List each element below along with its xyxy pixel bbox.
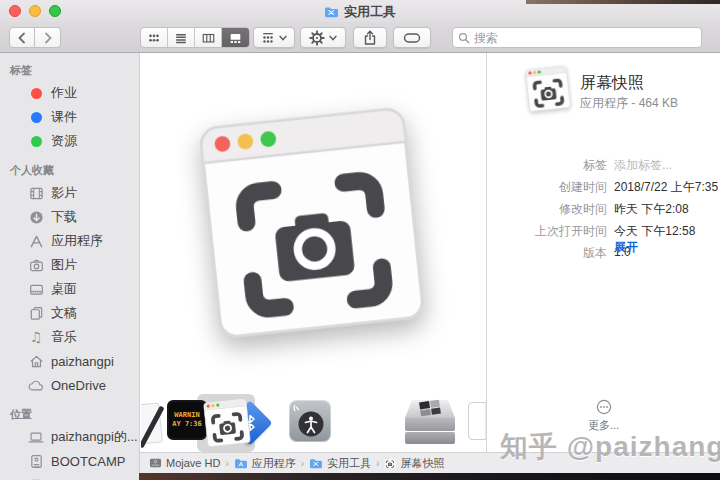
- screenshot-app-icon-small: [525, 65, 571, 113]
- sidebar-item-macbook[interactable]: paizhangpi的...: [0, 425, 139, 449]
- sidebar-item-onedrive[interactable]: OneDrive: [0, 373, 139, 397]
- sidebar-item-paizhang-volume[interactable]: paizhang: [0, 473, 139, 480]
- breadcrumb-screenshot[interactable]: 屏幕快照: [384, 456, 444, 471]
- thumbnail-screenshot-selected[interactable]: [203, 398, 252, 448]
- screenshot-app-preview[interactable]: [196, 105, 428, 344]
- thumbnail-boot-camp-assistant[interactable]: [405, 398, 455, 446]
- sidebar-item-documents[interactable]: 文稿: [0, 301, 139, 325]
- thumbnail-migration-assistant[interactable]: [468, 400, 486, 444]
- chevron-down-icon: [279, 35, 287, 41]
- voiceover-icon: [289, 400, 331, 442]
- list-view-button[interactable]: [168, 28, 195, 47]
- utilities-folder-icon: [324, 6, 339, 18]
- file-subtitle: 应用程序 - 464 KB: [580, 95, 678, 112]
- tag-red-icon: [28, 85, 44, 101]
- sidebar-item-home[interactable]: paizhangpi: [0, 349, 139, 373]
- breadcrumb-mojave-hd[interactable]: Mojave HD: [149, 457, 220, 469]
- thumbnail-console[interactable]: WARNIN AY 7:36: [167, 400, 207, 440]
- camera-icon: [28, 257, 44, 273]
- more-section[interactable]: 更多...: [487, 399, 720, 433]
- forward-button[interactable]: [35, 27, 61, 48]
- hard-disk-icon: [149, 457, 162, 469]
- breadcrumb-separator: ›: [301, 458, 304, 469]
- sidebar-section-locations: 位置: [10, 407, 139, 422]
- sidebar-item-applications[interactable]: 应用程序: [0, 229, 139, 253]
- led-text-line1: WARNIN: [174, 411, 199, 420]
- metadata-row-tags: 标签 添加标签...: [487, 157, 720, 174]
- home-icon: [28, 353, 44, 369]
- expand-link[interactable]: 展开: [614, 239, 638, 256]
- sidebar: 标签 作业 课件 资源 个人收藏 影片 下载 应用程序 图片: [0, 53, 140, 480]
- breadcrumb-applications[interactable]: 应用程序: [234, 456, 296, 471]
- folder-icon: [234, 458, 248, 469]
- sidebar-section-tags: 标签: [10, 63, 139, 78]
- download-icon: [28, 209, 44, 225]
- sidebar-item-desktop[interactable]: 桌面: [0, 277, 139, 301]
- metadata-row-modified: 修改时间 昨天 下午2:08: [487, 201, 720, 218]
- group-icon: [261, 31, 275, 45]
- search-field[interactable]: [452, 27, 702, 48]
- folder-icon: [309, 458, 323, 469]
- sidebar-item-downloads[interactable]: 下载: [0, 205, 139, 229]
- sidebar-item-music[interactable]: ♫ 音乐: [0, 325, 139, 349]
- film-icon: [28, 185, 44, 201]
- more-label: 更多...: [487, 418, 720, 433]
- tag-icon: [403, 32, 421, 44]
- metadata-list: 标签 添加标签... 创建时间 2018/7/22 上午7:35 修改时间 昨天…: [487, 157, 720, 267]
- action-button[interactable]: [300, 27, 346, 48]
- thumbnail-strip: WARNIN AY 7:36: [141, 388, 486, 452]
- desktop-icon: [28, 281, 44, 297]
- gallery-view: WARNIN AY 7:36: [141, 53, 486, 452]
- breadcrumb-separator: ›: [376, 458, 379, 469]
- tag-blue-icon: [28, 109, 44, 125]
- finder-window: 实用工具: [0, 0, 720, 480]
- metadata-row-created: 创建时间 2018/7/22 上午7:35: [487, 179, 720, 196]
- chevron-left-icon: [17, 32, 27, 44]
- sidebar-item-pictures[interactable]: 图片: [0, 253, 139, 277]
- path-bar: Mojave HD › 应用程序 › 实用工具 › 屏幕快照: [140, 452, 720, 473]
- column-view-button[interactable]: [195, 28, 222, 47]
- music-note-icon: ♫: [28, 329, 44, 345]
- internal-disk-icon: [28, 453, 44, 469]
- gear-icon: [309, 30, 325, 46]
- screenshot-app-icon-tiny: [384, 457, 396, 469]
- thumbnail-voiceover-utility[interactable]: [289, 400, 331, 442]
- icon-view-button[interactable]: [141, 28, 168, 47]
- windows-flag-icon: [419, 400, 441, 417]
- breadcrumb-separator: ›: [225, 458, 228, 469]
- disk-body-lower: [405, 432, 455, 444]
- file-title: 屏幕快照: [580, 73, 644, 94]
- sidebar-item-tag-courseware[interactable]: 课件: [0, 105, 139, 129]
- thumbnail-script-editor[interactable]: [141, 402, 165, 446]
- search-input[interactable]: [474, 31, 674, 45]
- sidebar-item-bootcamp[interactable]: BOOTCAMP: [0, 449, 139, 473]
- search-icon: [458, 32, 470, 44]
- documents-icon: [28, 305, 44, 321]
- group-button[interactable]: [253, 27, 295, 48]
- icon-view-icon: [147, 31, 161, 45]
- tag-green-icon: [28, 133, 44, 149]
- disk-body: [405, 418, 455, 431]
- back-button[interactable]: [9, 27, 35, 48]
- share-button[interactable]: [353, 27, 387, 48]
- desktop-wallpaper-bottom: [139, 473, 720, 480]
- add-tags-field[interactable]: 添加标签...: [614, 157, 672, 174]
- gallery-view-button[interactable]: [222, 28, 249, 47]
- sidebar-item-tag-homework[interactable]: 作业: [0, 81, 139, 105]
- breadcrumb-utilities[interactable]: 实用工具: [309, 456, 371, 471]
- titlebar: 实用工具: [0, 0, 720, 22]
- chevron-right-icon: [43, 32, 53, 44]
- sidebar-item-tag-resources[interactable]: 资源: [0, 129, 139, 153]
- more-icon: [596, 399, 612, 415]
- sidebar-item-movies[interactable]: 影片: [0, 181, 139, 205]
- chevron-down-icon: [329, 35, 337, 41]
- laptop-icon: [28, 429, 44, 445]
- metadata-row-last-opened: 上次打开时间 今天 下午12:58: [487, 223, 720, 240]
- view-mode-control: [140, 27, 250, 48]
- nav-buttons: [9, 27, 61, 48]
- window-title: 实用工具: [0, 3, 720, 21]
- share-icon: [363, 30, 377, 46]
- window-title-text: 实用工具: [344, 4, 396, 19]
- finder-face-icon: [468, 402, 486, 440]
- tag-button[interactable]: [393, 27, 431, 48]
